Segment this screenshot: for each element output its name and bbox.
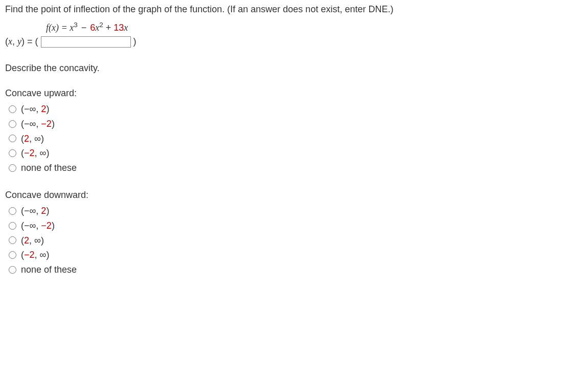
- concave-upward-radio[interactable]: [9, 135, 16, 142]
- concave-upward-label: (−2, ∞): [21, 146, 49, 161]
- concave-downward-radio[interactable]: [9, 251, 16, 259]
- concave-upward-radio[interactable]: [9, 105, 16, 113]
- concave-upward-option: (−∞, 2): [7, 102, 583, 117]
- concave-downward-option: (−∞, 2): [7, 204, 583, 218]
- question-prompt: Find the point of inflection of the grap…: [5, 4, 583, 15]
- concave-upward-label: (2, ∞): [21, 131, 44, 146]
- concave-upward-radio[interactable]: [9, 164, 16, 172]
- concave-downward-label: (−∞, 2): [21, 204, 49, 218]
- concave-downward-heading: Concave downward:: [5, 190, 583, 201]
- concave-upward-radio[interactable]: [9, 149, 16, 157]
- concave-upward-label: (−∞, −2): [21, 117, 55, 131]
- concave-downward-option: none of these: [7, 262, 583, 277]
- concave-upward-label: none of these: [21, 161, 77, 175]
- concave-downward-radio[interactable]: [9, 236, 16, 244]
- function-equation: f(x) = x3 − 6x2 + 13x: [46, 21, 583, 33]
- concave-upward-heading: Concave upward:: [5, 88, 583, 99]
- concave-downward-label: (2, ∞): [21, 233, 44, 248]
- inflection-point-input[interactable]: [41, 36, 131, 48]
- concave-downward-option: (−∞, −2): [7, 218, 583, 233]
- concave-downward-option: (−2, ∞): [7, 248, 583, 262]
- concave-downward-radio[interactable]: [9, 222, 16, 230]
- concave-downward-label: (−∞, −2): [21, 218, 55, 233]
- concave-upward-option: (−2, ∞): [7, 146, 583, 161]
- answer-line: (x, y) = ( ): [5, 36, 583, 48]
- concave-upward-radio[interactable]: [9, 120, 16, 128]
- concave-downward-option: (2, ∞): [7, 233, 583, 248]
- concave-upward-label: (−∞, 2): [21, 102, 49, 117]
- concavity-heading: Describe the concavity.: [5, 63, 583, 74]
- concave-downward-radio[interactable]: [9, 207, 16, 215]
- concave-upward-option: (−∞, −2): [7, 117, 583, 131]
- concave-downward-label: (−2, ∞): [21, 248, 49, 262]
- concave-upward-option: (2, ∞): [7, 131, 583, 146]
- concave-upward-option: none of these: [7, 161, 583, 175]
- concave-downward-radio[interactable]: [9, 266, 16, 274]
- concave-downward-label: none of these: [21, 262, 77, 277]
